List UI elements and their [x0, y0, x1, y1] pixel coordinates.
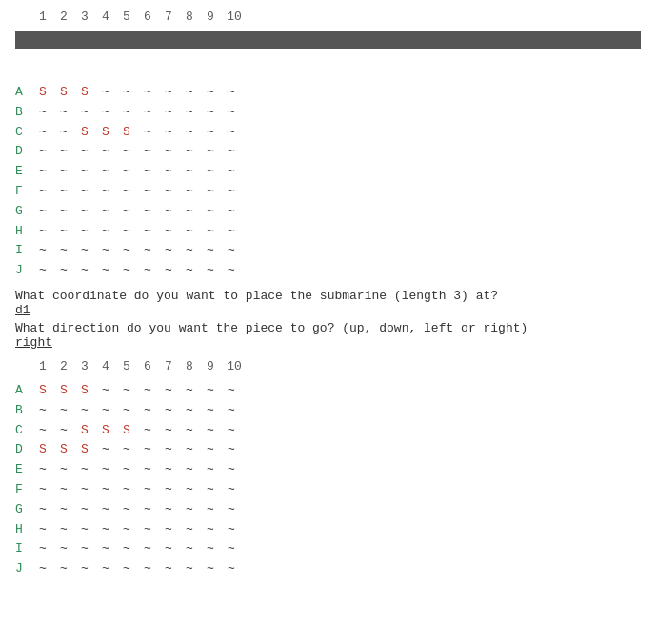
cell-e2: ~ [53, 162, 74, 182]
col2-num-6: 6 [137, 359, 158, 373]
col-num-7: 7 [158, 10, 179, 24]
g2-cell-b4: ~ [95, 401, 116, 421]
table-row: J ~ ~ ~ ~ ~ ~ ~ ~ ~ ~ [15, 559, 641, 579]
g2-cell-j10: ~ [221, 559, 242, 579]
g2-cell-c1: ~ [32, 421, 53, 441]
g2-cell-b5: ~ [116, 401, 137, 421]
col-num-6: 6 [137, 10, 158, 24]
g2-cell-c3: S [74, 421, 95, 441]
cell-f3: ~ [74, 182, 95, 202]
cell-b4: ~ [95, 103, 116, 123]
cell-g7: ~ [158, 202, 179, 222]
cell-c9: ~ [200, 123, 221, 143]
g2-cell-i9: ~ [200, 539, 221, 559]
grid2-row-label-j: J [15, 559, 32, 579]
g2-cell-d2: S [53, 440, 74, 460]
g2-cell-c10: ~ [221, 421, 242, 441]
cell-g9: ~ [200, 202, 221, 222]
g2-cell-b1: ~ [32, 401, 53, 421]
cell-g8: ~ [179, 202, 200, 222]
g2-cell-a10: ~ [221, 381, 242, 401]
g2-cell-d6: ~ [137, 440, 158, 460]
cell-d3: ~ [74, 142, 95, 162]
cell-a1: S [32, 83, 53, 103]
cell-a4: ~ [95, 83, 116, 103]
g2-cell-d8: ~ [179, 440, 200, 460]
g2-cell-c6: ~ [137, 421, 158, 441]
cell-b2: ~ [53, 103, 74, 123]
g2-cell-e5: ~ [116, 460, 137, 480]
row-label-c: C [15, 123, 32, 143]
g2-cell-i6: ~ [137, 539, 158, 559]
g2-cell-b8: ~ [179, 401, 200, 421]
cell-f5: ~ [116, 182, 137, 202]
cell-i9: ~ [200, 241, 221, 261]
cell-h3: ~ [74, 222, 95, 242]
grid1: A S S S ~ ~ ~ ~ ~ ~ ~ B ~ ~ ~ ~ ~ ~ ~ ~ … [15, 83, 641, 281]
table-row: E ~ ~ ~ ~ ~ ~ ~ ~ ~ ~ [15, 162, 641, 182]
g2-cell-j5: ~ [116, 559, 137, 579]
col2-num-2: 2 [53, 359, 74, 373]
g2-cell-f8: ~ [179, 480, 200, 500]
cell-h7: ~ [158, 222, 179, 242]
g2-cell-a3: S [74, 381, 95, 401]
g2-cell-g10: ~ [221, 500, 242, 520]
cell-i10: ~ [221, 241, 242, 261]
cell-j9: ~ [200, 261, 221, 281]
table-row: B ~ ~ ~ ~ ~ ~ ~ ~ ~ ~ [15, 103, 641, 123]
g2-cell-i10: ~ [221, 539, 242, 559]
cell-e9: ~ [200, 162, 221, 182]
g2-cell-h8: ~ [179, 520, 200, 540]
g2-cell-c5: S [116, 421, 137, 441]
table-row: F ~ ~ ~ ~ ~ ~ ~ ~ ~ ~ [15, 480, 641, 500]
cell-a2: S [53, 83, 74, 103]
g2-cell-j6: ~ [137, 559, 158, 579]
cell-b1: ~ [32, 103, 53, 123]
g2-cell-a6: ~ [137, 381, 158, 401]
g2-cell-g2: ~ [53, 500, 74, 520]
cell-i7: ~ [158, 241, 179, 261]
cell-h1: ~ [32, 222, 53, 242]
cell-f1: ~ [32, 182, 53, 202]
cell-a10: ~ [221, 83, 242, 103]
g2-cell-e3: ~ [74, 460, 95, 480]
cell-f6: ~ [137, 182, 158, 202]
cell-e3: ~ [74, 162, 95, 182]
cell-d10: ~ [221, 142, 242, 162]
table-row: A S S S ~ ~ ~ ~ ~ ~ ~ [15, 83, 641, 103]
g2-cell-e8: ~ [179, 460, 200, 480]
g2-cell-f3: ~ [74, 480, 95, 500]
col2-num-7: 7 [158, 359, 179, 373]
cell-i5: ~ [116, 241, 137, 261]
table-row: A S S S ~ ~ ~ ~ ~ ~ ~ [15, 381, 641, 401]
cell-i1: ~ [32, 241, 53, 261]
g2-cell-h5: ~ [116, 520, 137, 540]
col-num-2: 2 [53, 10, 74, 24]
g2-cell-a4: ~ [95, 381, 116, 401]
g2-cell-g7: ~ [158, 500, 179, 520]
g2-cell-e7: ~ [158, 460, 179, 480]
g2-cell-g8: ~ [179, 500, 200, 520]
row-label-f: F [15, 182, 32, 202]
cell-h6: ~ [137, 222, 158, 242]
g2-cell-a2: S [53, 381, 74, 401]
cell-f10: ~ [221, 182, 242, 202]
g2-cell-c4: S [95, 421, 116, 441]
cell-c6: ~ [137, 123, 158, 143]
answer2: right [15, 335, 641, 350]
cell-g10: ~ [221, 202, 242, 222]
g2-cell-f9: ~ [200, 480, 221, 500]
grid2-row-label-f: F [15, 480, 32, 500]
table-row: C ~ ~ S S S ~ ~ ~ ~ ~ [15, 123, 641, 143]
cell-b6: ~ [137, 103, 158, 123]
g2-cell-f1: ~ [32, 480, 53, 500]
g2-cell-b2: ~ [53, 401, 74, 421]
table-row: E ~ ~ ~ ~ ~ ~ ~ ~ ~ ~ [15, 460, 641, 480]
cell-g2: ~ [53, 202, 74, 222]
cell-j3: ~ [74, 261, 95, 281]
grid2-row-label-g: G [15, 500, 32, 520]
col2-num-9: 9 [200, 359, 221, 373]
g2-cell-d3: S [74, 440, 95, 460]
cell-d1: ~ [32, 142, 53, 162]
cell-i8: ~ [179, 241, 200, 261]
